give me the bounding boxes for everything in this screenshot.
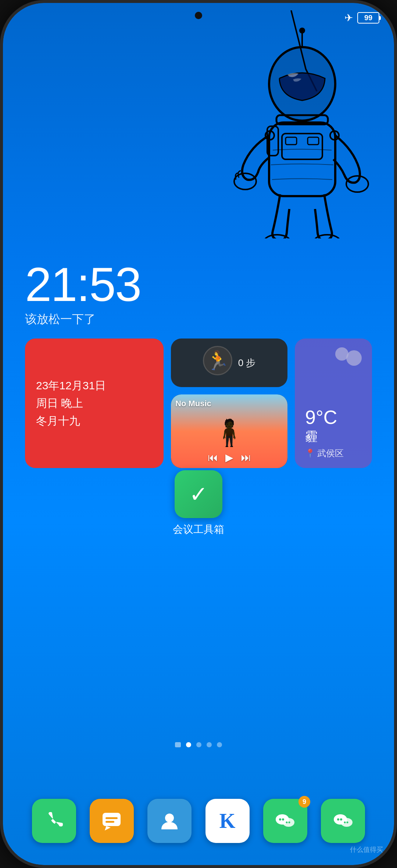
meeting-app-icon[interactable]: ✓ xyxy=(175,470,222,518)
check-icon: ✓ xyxy=(189,481,208,507)
svg-point-23 xyxy=(282,818,284,821)
music-play-button[interactable]: ▶ xyxy=(225,451,233,464)
k-letter: K xyxy=(219,809,236,833)
page-dot-2[interactable] xyxy=(196,742,201,747)
location-pin-icon: 📍 xyxy=(305,449,315,458)
dock: K 9 xyxy=(25,799,372,843)
calendar-date-line2: 周日 晚上 xyxy=(36,394,153,412)
weather-widget[interactable]: 9°C 霾 📍 武侯区 xyxy=(295,339,372,468)
weather-location-text: 武侯区 xyxy=(317,447,344,459)
page-dot-1[interactable] xyxy=(186,742,191,747)
weather-temperature: 9°C xyxy=(305,408,362,427)
svg-point-8 xyxy=(346,176,368,192)
watermark: 什么值得买 xyxy=(350,845,383,854)
page-dots xyxy=(175,742,222,747)
center-column: 🏃 0 步 🧍 No Music ⏮ ▶ xyxy=(171,339,287,468)
camera-notch xyxy=(195,12,202,19)
dock-contacts[interactable] xyxy=(147,799,192,843)
calendar-date-line3: 冬月十九 xyxy=(36,412,153,430)
meeting-app[interactable]: ✓ 会议工具箱 xyxy=(173,470,224,536)
time-display: 21:53 xyxy=(25,261,372,308)
airplane-icon: ✈ xyxy=(344,12,353,24)
calendar-widget[interactable]: 23年12月31日 周日 晚上 冬月十九 xyxy=(25,339,164,468)
page-dot-3[interactable] xyxy=(207,742,212,747)
svg-point-22 xyxy=(279,818,281,821)
svg-point-25 xyxy=(289,821,290,823)
battery-indicator: 99 xyxy=(357,12,379,24)
weather-dots xyxy=(335,347,362,366)
svg-rect-17 xyxy=(105,817,118,819)
page-dot-0[interactable] xyxy=(175,742,181,747)
weather-condition: 霾 xyxy=(305,428,362,445)
astronaut-svg xyxy=(188,10,394,238)
dock-wechat-1[interactable]: 9 xyxy=(263,799,307,843)
svg-rect-5 xyxy=(286,137,297,145)
page-dot-4[interactable] xyxy=(217,742,222,747)
dock-messages[interactable] xyxy=(90,799,134,843)
phone-frame: ✈ 99 xyxy=(0,0,397,868)
svg-rect-16 xyxy=(103,813,121,826)
widgets-area: 21:53 该放松一下了 23年12月31日 周日 晚上 冬月十九 xyxy=(25,261,372,468)
battery-level: 99 xyxy=(357,12,379,24)
dock-sogou[interactable]: K xyxy=(205,799,250,843)
wechat-badge: 9 xyxy=(298,796,310,808)
music-controls[interactable]: ⏮ ▶ ⏭ xyxy=(171,451,287,464)
astronaut-illustration xyxy=(3,3,394,253)
calendar-date-line1: 23年12月31日 xyxy=(36,377,153,394)
svg-point-28 xyxy=(337,818,339,821)
screen: ✈ 99 xyxy=(3,3,394,865)
svg-point-19 xyxy=(165,814,174,822)
step-circle: 🏃 xyxy=(203,346,232,375)
music-title: No Music xyxy=(175,399,211,408)
svg-rect-6 xyxy=(308,137,319,145)
weather-location: 📍 武侯区 xyxy=(305,447,362,459)
weather-icon-area xyxy=(305,347,362,366)
meeting-app-label: 会议工具箱 xyxy=(173,522,224,536)
status-bar: ✈ 99 xyxy=(344,12,379,24)
step-count: 0 步 xyxy=(238,357,256,369)
music-widget[interactable]: 🧍 No Music ⏮ ▶ ⏭ xyxy=(171,394,287,468)
svg-point-15 xyxy=(299,28,305,33)
svg-point-30 xyxy=(344,821,346,823)
svg-point-24 xyxy=(286,821,288,823)
music-silhouette: 🧍 xyxy=(213,418,245,448)
weather-dot-2 xyxy=(346,350,362,366)
music-next-button[interactable]: ⏭ xyxy=(241,451,251,464)
svg-point-7 xyxy=(234,173,256,189)
dock-phone[interactable] xyxy=(32,799,76,843)
music-prev-button[interactable]: ⏮ xyxy=(208,451,218,464)
dock-wechat-2[interactable] xyxy=(321,799,365,843)
widget-row: 23年12月31日 周日 晚上 冬月十九 🏃 0 步 xyxy=(25,339,372,468)
time-subtitle: 该放松一下了 xyxy=(25,311,372,327)
svg-point-29 xyxy=(340,818,342,821)
time-section: 21:53 该放松一下了 xyxy=(25,261,372,327)
svg-rect-18 xyxy=(105,821,114,823)
svg-point-31 xyxy=(346,821,348,823)
app-area: ✓ 会议工具箱 xyxy=(173,470,224,536)
step-widget[interactable]: 🏃 0 步 xyxy=(171,339,287,387)
